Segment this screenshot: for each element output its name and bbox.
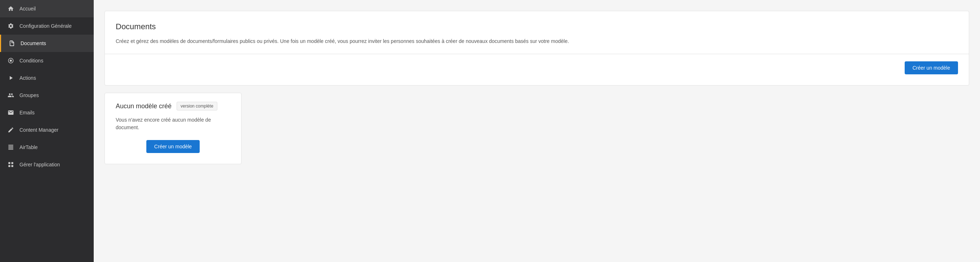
documents-description: Créez et gérez des modèles de documents/… (116, 37, 958, 45)
main-content: Documents Créez et gérez des modèles de … (94, 0, 980, 262)
sidebar-item-airtable[interactable]: AirTable (0, 139, 94, 156)
empty-card-header: Aucun modèle créé version complète (116, 102, 230, 110)
empty-card-text: Vous n'avez encore créé aucun modèle de … (116, 116, 230, 131)
create-model-button-empty[interactable]: Créer un modèle (146, 140, 200, 153)
sidebar-item-groupes[interactable]: Groupes (0, 86, 94, 104)
svg-rect-2 (8, 162, 10, 164)
sidebar-item-label-actions: Actions (19, 75, 36, 81)
empty-state-card: Aucun modèle créé version complète Vous … (105, 93, 242, 164)
sidebar-item-actions[interactable]: Actions (0, 69, 94, 86)
sidebar-item-documents[interactable]: Documents (0, 35, 94, 52)
sidebar-item-label-content-manager: Content Manager (19, 127, 58, 133)
svg-point-1 (10, 59, 12, 62)
sidebar-item-content-manager[interactable]: Content Manager (0, 121, 94, 139)
svg-rect-3 (11, 162, 13, 164)
sidebar-item-accueil[interactable]: Accueil (0, 0, 94, 17)
create-model-button-top[interactable]: Créer un modèle (905, 61, 958, 74)
sidebar-item-label-groupes: Groupes (19, 93, 39, 98)
version-badge: version complète (177, 102, 217, 110)
sidebar-item-label-configuration-generale: Configuration Générale (19, 23, 72, 29)
sidebar-item-label-emails: Emails (19, 110, 35, 115)
sidebar-item-conditions[interactable]: Conditions (0, 52, 94, 69)
sidebar-item-label-documents: Documents (21, 40, 46, 46)
documents-title: Documents (116, 22, 958, 31)
sidebar-item-label-gerer-application: Gérer l'application (19, 162, 60, 168)
condition-icon (7, 57, 14, 64)
app-icon (7, 161, 14, 168)
sidebar-item-emails[interactable]: Emails (0, 104, 94, 121)
sidebar-item-configuration-generale[interactable]: Configuration Générale (0, 17, 94, 35)
card-divider (105, 54, 969, 54)
card-footer: Créer un modèle (116, 61, 958, 74)
sidebar-item-label-conditions: Conditions (19, 58, 43, 64)
svg-rect-5 (11, 165, 13, 167)
svg-rect-4 (8, 165, 10, 167)
empty-card-title: Aucun modèle créé (116, 102, 172, 110)
home-icon (7, 5, 14, 12)
table-icon (7, 144, 14, 151)
sidebar-item-gerer-application[interactable]: Gérer l'application (0, 156, 94, 173)
empty-card-action: Créer un modèle (116, 140, 230, 153)
edit-icon (7, 126, 14, 134)
settings-icon (7, 22, 14, 30)
action-icon (7, 74, 14, 81)
groups-icon (7, 92, 14, 99)
sidebar-item-label-airtable: AirTable (19, 144, 38, 150)
sidebar: AccueilConfiguration GénéraleDocumentsCo… (0, 0, 94, 262)
document-icon (8, 40, 16, 47)
email-icon (7, 109, 14, 116)
sidebar-item-label-accueil: Accueil (19, 6, 36, 11)
documents-info-card: Documents Créez et gérez des modèles de … (105, 11, 969, 86)
